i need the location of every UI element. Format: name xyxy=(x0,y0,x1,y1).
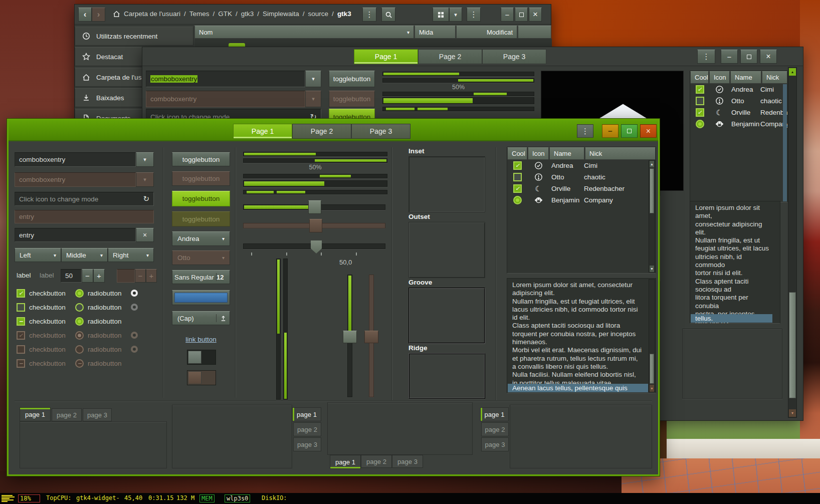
vertical-scale-disabled-handle[interactable] xyxy=(364,331,378,343)
forward-button[interactable]: › xyxy=(92,8,105,22)
scale-pin-handle[interactable] xyxy=(311,240,322,254)
view-grid-button[interactable] xyxy=(433,8,449,22)
scroll-down-button[interactable]: ▾ xyxy=(789,409,796,417)
column-header-nick[interactable]: Nick xyxy=(585,147,656,160)
textview[interactable]: Lorem ipsum dolor sit amet, consectetur … xyxy=(507,278,656,393)
radiobutton-disabled-indeterminate[interactable]: − xyxy=(75,359,84,368)
minimize-button[interactable]: − xyxy=(602,124,619,138)
cell-checkbox-unchecked[interactable] xyxy=(513,173,522,181)
radiobutton-label[interactable]: radiobutton xyxy=(88,332,131,339)
column-header-icon[interactable]: Icon xyxy=(709,71,730,84)
spinbutton-value[interactable]: 50 xyxy=(61,269,82,283)
radio-indicator-disabled[interactable] xyxy=(131,346,138,353)
togglebutton-active-disabled[interactable]: togglebutton xyxy=(172,211,230,226)
textview-scrollbar[interactable]: ▾ xyxy=(649,279,655,392)
secondary-menu-button[interactable]: ⋮ xyxy=(467,8,481,22)
radiobutton-indeterminate[interactable] xyxy=(75,317,84,326)
font-button[interactable]: Sans Regular 12 xyxy=(172,270,230,284)
togglebutton-active[interactable]: togglebutton xyxy=(172,191,230,206)
entry[interactable]: entry xyxy=(15,228,136,242)
cell-checkbox-unchecked[interactable] xyxy=(696,97,704,105)
scroll-down-button[interactable]: ▾ xyxy=(650,385,654,392)
radiobutton-disabled-unselected[interactable] xyxy=(75,345,84,354)
spinbutton-decrement[interactable]: − xyxy=(82,269,93,283)
column-header-nick[interactable]: Nick xyxy=(762,71,787,84)
togglebutton[interactable]: togglebutton xyxy=(172,152,230,166)
scroll-up-button[interactable]: ▴ xyxy=(789,68,796,76)
tree-row[interactable]: Benjamin Company xyxy=(690,118,787,130)
breadcrumb-segment[interactable]: gtk3 xyxy=(241,10,254,18)
textview[interactable]: Lorem ipsum dolor sit amet, consectetur … xyxy=(690,201,780,324)
window-scrollbar[interactable]: ▴ ▾ xyxy=(788,67,797,418)
cell-checkbox-checked[interactable]: ✓ xyxy=(696,108,704,117)
switch-disabled[interactable] xyxy=(187,370,216,385)
checkbutton-checked[interactable]: ✓ xyxy=(17,289,25,298)
checkbutton-unchecked[interactable] xyxy=(17,303,25,312)
align-right-button[interactable]: Right▾ xyxy=(108,248,154,262)
notebook4-tab-page3[interactable]: page 3 xyxy=(481,437,509,451)
togglebutton[interactable]: togglebutton xyxy=(329,71,375,87)
column-header-name[interactable]: Nom ▾ xyxy=(194,26,414,39)
checkbutton-disabled-indeterminate[interactable]: − xyxy=(17,359,25,368)
radio-indicator-dim[interactable] xyxy=(131,304,138,311)
icon-mode-entry[interactable]: Click icon to change mode ↻ xyxy=(15,192,154,206)
name-combobox-disabled[interactable]: Otto▾ xyxy=(172,250,230,265)
radio-indicator[interactable] xyxy=(131,290,138,297)
tree-row[interactable]: ✓ Andrea Cimi xyxy=(690,84,787,95)
comboboxentry-disabled-dropdown[interactable]: ▾ xyxy=(136,172,154,187)
checkbutton-label[interactable]: checkbutton xyxy=(29,318,75,325)
cell-radio-selected[interactable] xyxy=(696,120,704,128)
notebook1-tab-page1[interactable]: page 1 xyxy=(20,407,51,421)
link-button[interactable]: link button xyxy=(172,335,230,343)
checkbutton-disabled-checked[interactable]: ✓ xyxy=(17,331,25,340)
togglebutton-disabled[interactable]: togglebutton xyxy=(172,171,230,186)
radiobutton-label[interactable]: radiobutton xyxy=(88,290,131,297)
radiobutton-selected[interactable] xyxy=(75,289,84,298)
maximize-button[interactable] xyxy=(621,124,638,138)
align-left-button[interactable]: Left▾ xyxy=(15,248,61,262)
comboboxentry-input[interactable]: comboboxentry xyxy=(146,71,305,87)
menu-button[interactable]: ⋮ xyxy=(362,8,376,22)
scale-disabled-handle[interactable] xyxy=(309,219,322,232)
cell-checkbox-checked[interactable]: ✓ xyxy=(696,85,704,94)
radiobutton-disabled-selected[interactable] xyxy=(75,331,84,340)
notebook2-tab-page3[interactable]: page 3 xyxy=(293,437,321,451)
tree-row[interactable]: Benjamin Company xyxy=(507,194,656,206)
notebook3-tab-page3[interactable]: page 3 xyxy=(392,455,423,468)
tree-row[interactable]: ✓ ☾ Orville Redenbacher xyxy=(690,107,787,118)
radiobutton-label[interactable]: radiobutton xyxy=(88,318,131,325)
radio-indicator-disabled[interactable] xyxy=(131,332,138,339)
breadcrumb[interactable]: Carpeta de l'usuari/ Temes/ GTK/ gtk3/ S… xyxy=(113,10,351,18)
file-chooser-button[interactable]: (Cap) xyxy=(172,311,230,325)
tab-page1[interactable]: Page 1 xyxy=(233,124,292,139)
column-header-icon[interactable]: Icon xyxy=(528,147,549,160)
breadcrumb-segment[interactable]: source xyxy=(308,10,329,18)
radiobutton-label[interactable]: radiobutton xyxy=(88,304,131,311)
status-menu-icon[interactable] xyxy=(2,495,15,502)
scrollbar-thumb[interactable] xyxy=(650,168,654,213)
link-button-label[interactable]: link button xyxy=(185,336,217,343)
column-header-size[interactable]: Mida xyxy=(415,26,456,39)
notebook4-tab-page2[interactable]: page 2 xyxy=(481,422,509,436)
cell-checkbox-checked[interactable]: ✓ xyxy=(513,184,522,193)
tree-row[interactable]: Otto chaotic xyxy=(507,171,656,183)
scrollbar-thumb[interactable] xyxy=(650,354,654,384)
close-button[interactable]: × xyxy=(760,50,777,64)
cell-radio-selected[interactable] xyxy=(513,196,522,204)
spinbutton-disabled-increment[interactable]: + xyxy=(146,269,157,283)
column-header-modified[interactable]: Modificat xyxy=(456,26,517,39)
tab-page3[interactable]: Page 3 xyxy=(351,124,411,139)
spinbutton-disabled-decrement[interactable]: − xyxy=(135,269,146,283)
checkbutton-disabled-unchecked[interactable] xyxy=(17,345,25,354)
view-options-dropdown[interactable]: ▾ xyxy=(449,8,462,22)
togglebutton-disabled[interactable]: togglebutton xyxy=(329,91,375,107)
breadcrumb-segment[interactable]: Carpeta de l'usuari xyxy=(124,10,180,18)
comboboxentry-disabled[interactable]: comboboxentry xyxy=(15,172,136,187)
cell-checkbox-checked[interactable]: ✓ xyxy=(513,161,522,170)
entry-clear-button[interactable]: × xyxy=(136,228,154,242)
comboboxentry-disabled[interactable]: comboboxentry xyxy=(146,91,305,107)
switch-handle[interactable] xyxy=(188,351,201,364)
spinbutton-increment[interactable]: + xyxy=(93,269,105,283)
radiobutton-label[interactable]: radiobutton xyxy=(88,360,131,367)
column-header-name[interactable]: Name xyxy=(730,71,761,84)
